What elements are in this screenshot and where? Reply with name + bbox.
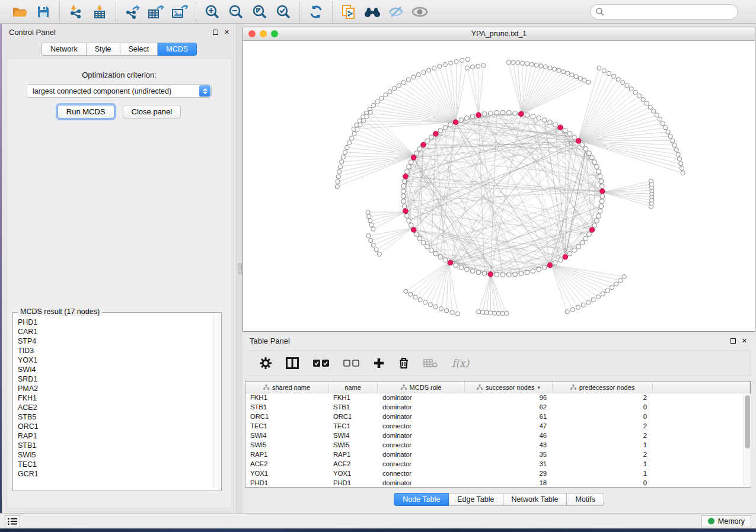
graph-node[interactable] <box>648 105 652 109</box>
graph-node[interactable] <box>597 66 601 70</box>
search-input[interactable] <box>590 4 738 20</box>
graph-hub-node[interactable] <box>563 254 568 259</box>
graph-node[interactable] <box>493 311 497 315</box>
graph-node[interactable] <box>443 125 448 130</box>
graph-node[interactable] <box>666 130 670 134</box>
graph-node[interactable] <box>607 71 611 75</box>
graph-node[interactable] <box>347 141 351 145</box>
graph-hub-node[interactable] <box>421 142 426 148</box>
memory-button[interactable]: Memory <box>701 515 751 527</box>
graph-node[interactable] <box>345 145 349 149</box>
graph-node[interactable] <box>422 70 426 75</box>
graph-node[interactable] <box>599 184 604 188</box>
graph-node[interactable] <box>649 179 653 183</box>
table-scrollbar[interactable] <box>744 394 751 486</box>
export-image-icon[interactable] <box>171 3 189 21</box>
graph-node[interactable] <box>443 258 448 262</box>
mcds-result-item[interactable]: ACE2 <box>18 403 212 412</box>
export-table-icon[interactable] <box>147 3 165 21</box>
graph-node[interactable] <box>455 312 460 316</box>
graph-node[interactable] <box>621 80 625 84</box>
graph-node[interactable] <box>580 143 585 148</box>
graph-node[interactable] <box>601 291 605 296</box>
graph-node[interactable] <box>358 123 362 127</box>
graph-node[interactable] <box>525 113 529 117</box>
bird-eye-icon[interactable] <box>411 3 429 21</box>
graph-node[interactable] <box>567 251 572 256</box>
save-session-icon[interactable] <box>34 3 52 21</box>
graph-hub-node[interactable] <box>476 113 481 118</box>
graph-node[interactable] <box>335 184 339 188</box>
graph-node[interactable] <box>618 278 623 283</box>
graph-node[interactable] <box>416 72 420 76</box>
graph-node[interactable] <box>537 116 541 120</box>
graph-node[interactable] <box>506 273 511 277</box>
graph-node[interactable] <box>366 233 371 238</box>
graph-node[interactable] <box>610 286 614 290</box>
graph-node[interactable] <box>495 110 499 115</box>
graph-node[interactable] <box>539 64 543 68</box>
graph-node[interactable] <box>480 310 484 314</box>
graph-node[interactable] <box>450 310 454 315</box>
graph-node[interactable] <box>500 273 505 277</box>
graph-node[interactable] <box>557 68 561 72</box>
graph-node[interactable] <box>668 134 672 138</box>
graph-node[interactable] <box>553 67 557 71</box>
graph-node[interactable] <box>484 310 489 315</box>
toggle-columns-icon[interactable] <box>286 357 299 369</box>
graph-hub-node[interactable] <box>600 188 605 194</box>
graph-hub-node[interactable] <box>453 120 458 125</box>
graph-node[interactable] <box>506 60 511 65</box>
graph-hub-node[interactable] <box>547 262 553 268</box>
graph-node[interactable] <box>595 219 599 223</box>
graph-node[interactable] <box>341 155 345 159</box>
graph-node[interactable] <box>595 165 599 169</box>
graph-node[interactable] <box>664 126 668 130</box>
graph-node[interactable] <box>402 204 407 209</box>
mcds-result-item[interactable]: ORC1 <box>18 422 212 431</box>
graph-node[interactable] <box>418 297 422 302</box>
mcds-result-item[interactable]: PMA2 <box>18 384 212 393</box>
add-column-icon[interactable] <box>374 358 384 368</box>
graph-node[interactable] <box>355 127 359 132</box>
tab-motifs[interactable]: Motifs <box>567 493 604 506</box>
tab-mcds[interactable]: MCDS <box>158 43 197 56</box>
table-row[interactable]: ORC1ORC1dominator610 <box>245 412 750 422</box>
mcds-result-item[interactable]: RAP1 <box>18 431 212 441</box>
graph-node[interactable] <box>680 166 684 171</box>
graph-node[interactable] <box>629 87 633 91</box>
graph-node[interactable] <box>368 219 372 223</box>
graph-node[interactable] <box>406 78 410 82</box>
graph-hub-node[interactable] <box>448 260 453 265</box>
graph-node[interactable] <box>336 180 340 184</box>
graph-node[interactable] <box>625 84 629 88</box>
graph-hub-node[interactable] <box>576 139 581 144</box>
graph-node[interactable] <box>445 309 449 313</box>
import-network-icon[interactable] <box>67 3 85 21</box>
graph-node[interactable] <box>433 251 438 256</box>
graph-node[interactable] <box>511 60 515 65</box>
graph-node[interactable] <box>336 175 340 179</box>
graph-node[interactable] <box>352 132 356 136</box>
graph-node[interactable] <box>582 78 586 82</box>
graph-node[interactable] <box>425 244 430 249</box>
graph-node[interactable] <box>677 157 681 161</box>
graph-node[interactable] <box>596 214 601 219</box>
graph-node[interactable] <box>542 265 547 270</box>
graph-node[interactable] <box>407 219 412 223</box>
graph-node[interactable] <box>622 275 626 279</box>
graph-node[interactable] <box>525 62 529 66</box>
graph-node[interactable] <box>412 75 416 79</box>
graph-node[interactable] <box>616 77 620 81</box>
graph-node[interactable] <box>661 121 665 126</box>
graph-node[interactable] <box>459 118 464 123</box>
mcds-result-item[interactable]: STB1 <box>18 441 212 450</box>
graph-node[interactable] <box>611 74 615 78</box>
graph-node[interactable] <box>553 123 558 127</box>
table-row[interactable]: RAP1RAP1dominator352 <box>245 450 750 460</box>
graph-node[interactable] <box>496 311 500 315</box>
vertical-splitter[interactable] <box>237 24 243 513</box>
close-panel-icon[interactable]: ✕ <box>224 29 229 36</box>
graph-node[interactable] <box>405 214 410 219</box>
graph-node[interactable] <box>438 255 443 259</box>
